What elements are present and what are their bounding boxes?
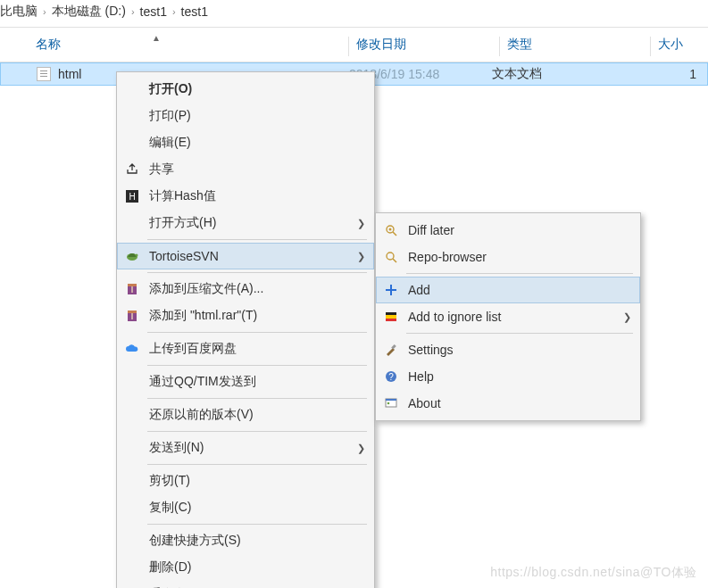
context-menu: 打开(O) 打印(P) 编辑(E) 共享 H 计算Hash值 打开方式(H) ❯… (116, 71, 375, 588)
menu-label: 创建快捷方式(S) (142, 533, 365, 549)
menu-label: 通过QQ/TIM发送到 (142, 374, 365, 390)
svg-rect-16 (390, 285, 392, 295)
menu-tortoisesvn[interactable]: TortoiseSVN ❯ (117, 243, 374, 269)
menu-separator (147, 431, 367, 432)
svg-rect-24 (386, 399, 396, 401)
menu-label: Repo-browser (401, 250, 631, 264)
menu-open[interactable]: 打开(O) (117, 76, 374, 103)
menu-label: 上传到百度网盘 (142, 341, 365, 357)
menu-separator (406, 333, 633, 334)
crumb-drive[interactable]: 本地磁盘 (D:) (52, 4, 126, 20)
menu-label: Settings (401, 343, 631, 357)
crumb-folder1[interactable]: test1 (140, 4, 167, 19)
menu-label: 计算Hash值 (142, 188, 365, 204)
svg-rect-5 (128, 284, 137, 286)
col-size[interactable]: 大小 (658, 37, 708, 56)
menu-label: About (401, 396, 631, 410)
chevron-right-icon: ❯ (357, 251, 365, 262)
breadcrumb[interactable]: 比电脑 › 本地磁盘 (D:) › test1 › test1 (0, 0, 708, 27)
menu-label: 共享 (142, 161, 365, 178)
menu-hash[interactable]: H 计算Hash值 (117, 183, 374, 210)
menu-label: 打开(O) (142, 81, 365, 97)
col-name[interactable]: 名称 ▲ (0, 37, 348, 56)
col-separator[interactable] (348, 37, 349, 56)
file-type: 文本文档 (492, 66, 635, 82)
menu-shortcut[interactable]: 创建快捷方式(S) (117, 527, 374, 554)
menu-label: Add (401, 283, 631, 297)
menu-edit[interactable]: 编辑(E) (117, 129, 374, 156)
menu-print[interactable]: 打印(P) (117, 103, 374, 129)
col-type[interactable]: 类型 (507, 37, 650, 56)
ignore-icon (381, 310, 401, 324)
menu-label: Help (401, 369, 631, 384)
add-icon (381, 283, 401, 297)
col-separator[interactable] (499, 37, 500, 56)
menu-copy[interactable]: 复制(C) (117, 494, 374, 521)
diff-icon (381, 223, 401, 237)
menu-label: 添加到压缩文件(A)... (142, 281, 365, 297)
menu-delete[interactable]: 删除(D) (117, 554, 374, 581)
menu-label: 发送到(N) (142, 440, 357, 456)
repo-icon (381, 250, 401, 264)
menu-addarchive[interactable]: 添加到压缩文件(A)... (117, 276, 374, 302)
menu-separator (147, 272, 367, 273)
svg-rect-8 (128, 311, 137, 313)
menu-rename[interactable]: 重命名(M) (117, 581, 374, 588)
archive-icon (122, 282, 142, 296)
menu-separator (147, 398, 367, 399)
settings-icon (381, 343, 401, 357)
crumb-pc[interactable]: 比电脑 (0, 4, 37, 20)
svg-point-3 (136, 254, 138, 257)
submenu-about[interactable]: About (376, 390, 640, 417)
menu-label: 复制(C) (142, 500, 365, 516)
crumb-folder2[interactable]: test1 (181, 4, 208, 19)
menu-share[interactable]: 共享 (117, 156, 374, 183)
submenu-tortoisesvn: Diff later Repo-browser Add Add to ignor… (375, 212, 641, 421)
menu-cut[interactable]: 剪切(T) (117, 468, 374, 494)
menu-sendqq[interactable]: 通过QQ/TIM发送到 (117, 369, 374, 395)
menu-label: 打印(P) (142, 108, 365, 124)
svg-line-11 (393, 232, 396, 236)
menu-label: 剪切(T) (142, 473, 365, 489)
svg-point-25 (387, 402, 390, 405)
chevron-right-icon: › (131, 6, 135, 17)
chevron-right-icon: ❯ (357, 443, 365, 454)
col-separator[interactable] (650, 37, 651, 56)
svg-rect-20 (391, 344, 396, 350)
sort-asc-icon: ▲ (152, 33, 161, 43)
archive-icon (122, 309, 142, 323)
svg-rect-19 (386, 312, 396, 315)
submenu-repobrowser[interactable]: Repo-browser (376, 244, 640, 270)
hash-icon: H (122, 189, 142, 203)
menu-sendto[interactable]: 发送到(N) ❯ (117, 435, 374, 461)
help-icon: ? (381, 369, 401, 384)
svg-rect-9 (131, 313, 133, 319)
menu-label: 删除(D) (142, 559, 365, 576)
menu-label: TortoiseSVN (142, 249, 357, 263)
menu-label: Diff later (401, 223, 631, 237)
file-size: 1 (635, 67, 707, 81)
cloud-icon (122, 342, 142, 356)
submenu-difflater[interactable]: Diff later (376, 217, 640, 244)
menu-uploadbaidu[interactable]: 上传到百度网盘 (117, 335, 374, 362)
chevron-right-icon: ❯ (623, 311, 631, 323)
svg-line-14 (393, 259, 396, 262)
watermark: https://blog.csdn.net/sina@TO体验 (490, 565, 697, 581)
menu-separator (147, 524, 367, 525)
about-icon (381, 396, 401, 410)
svg-point-12 (389, 228, 392, 231)
menu-separator (147, 464, 367, 465)
divider (0, 27, 708, 28)
menu-addrar[interactable]: 添加到 "html.rar"(T) (117, 302, 374, 329)
submenu-add[interactable]: Add (376, 277, 640, 303)
col-name-label: 名称 (36, 37, 61, 51)
menu-restore[interactable]: 还原以前的版本(V) (117, 402, 374, 428)
submenu-ignore[interactable]: Add to ignore list ❯ (376, 303, 640, 330)
text-file-icon (37, 67, 51, 81)
menu-openwith[interactable]: 打开方式(H) ❯ (117, 210, 374, 236)
menu-label: 还原以前的版本(V) (142, 407, 365, 423)
col-date[interactable]: 修改日期 (356, 37, 499, 56)
submenu-settings[interactable]: Settings (376, 336, 640, 363)
submenu-help[interactable]: ? Help (376, 363, 640, 390)
chevron-right-icon: › (172, 6, 176, 17)
